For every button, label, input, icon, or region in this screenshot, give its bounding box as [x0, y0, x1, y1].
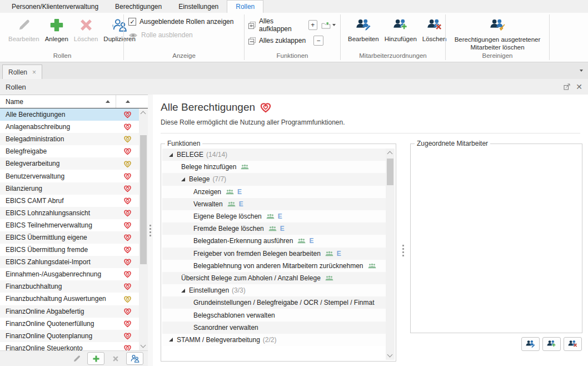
tree-group-node[interactable]: Belege(7/7): [162, 173, 386, 185]
group-caption-anzeige: Anzeige: [127, 52, 241, 62]
tree-leaf-node[interactable]: Belegschablonen verwalten: [162, 309, 386, 321]
tree-group-node[interactable]: Einstellungen(3/3): [162, 284, 386, 296]
heart-icon: [123, 221, 132, 229]
role-list-item[interactable]: EBICS Lohnzahlungsansicht: [0, 207, 139, 219]
role-list-item[interactable]: EBICS Teilnehmerverwaltung: [0, 219, 139, 231]
scroll-up-icon[interactable]: [387, 151, 393, 157]
role-list-item[interactable]: EBICS Übermittlung fremde: [0, 244, 139, 256]
role-list-item[interactable]: Belegadministration: [0, 133, 139, 145]
sort-asc-icon: [126, 100, 130, 103]
scroll-up-icon[interactable]: [141, 111, 146, 117]
tree-expander-icon[interactable]: [169, 153, 173, 157]
collapse-minus-button[interactable]: −: [313, 36, 323, 46]
role-list-item[interactable]: Benutzerverwaltung: [0, 170, 139, 182]
role-list-item[interactable]: Finanzbuchhaltung: [0, 280, 139, 293]
add-role-button[interactable]: Anlegen: [42, 13, 71, 43]
panel-splitter[interactable]: [396, 140, 410, 362]
scroll-down-icon[interactable]: [387, 352, 393, 358]
heart-icon: [123, 234, 132, 241]
roles-list-body: Alle Berechtigungen Anlagenabschreibung …: [0, 108, 148, 350]
member-edit-button[interactable]: Bearbeiten: [345, 13, 382, 43]
role-list-item[interactable]: EBICS CAMT Abruf: [0, 195, 139, 207]
role-list-item[interactable]: EBICS Zahlungsdatei-Import: [0, 256, 139, 268]
close-tab-icon[interactable]: ×: [32, 68, 36, 76]
tree-leaf-node[interactable]: Scanordner verwalten: [162, 322, 386, 334]
tree-leaf-node[interactable]: Übersicht Belege zum Abholen / Anzahl Be…: [162, 272, 386, 284]
tree-leaf-node[interactable]: Verwalten E: [162, 198, 386, 210]
functions-tree-scrollbar[interactable]: [386, 149, 395, 360]
column-header-name[interactable]: Name: [0, 98, 116, 106]
ribbon-tab-berechtigungen[interactable]: Berechtigungen: [107, 0, 170, 13]
scrollbar-thumb[interactable]: [140, 135, 147, 264]
folder-dropdown-button[interactable]: [320, 21, 337, 29]
add-role-small-button[interactable]: [87, 352, 104, 365]
role-list-item[interactable]: Bilanzierung: [0, 182, 139, 195]
group-caption-rollen: Rollen: [4, 52, 120, 62]
member-add-small-button[interactable]: [542, 337, 561, 351]
role-list-item[interactable]: Einnahmen-/Ausgabenrechnung: [0, 268, 139, 280]
heart-icon: [123, 320, 132, 328]
ribbon-group-bereinigen: Berechtigungen ausgetretener Mitarbeiter…: [447, 13, 548, 62]
roles-list-scrollbar[interactable]: [139, 108, 148, 350]
tree-leaf-node[interactable]: Belegablehnung von anderen Mitarbeitern …: [162, 260, 386, 272]
role-list-item[interactable]: FinanzOnline Abgabefertig: [0, 305, 139, 318]
member-delete-small-button[interactable]: [564, 337, 582, 351]
document-tab-rollen[interactable]: Rollen ×: [2, 65, 42, 79]
expand-layers-icon: [248, 21, 256, 29]
role-list-item[interactable]: FinanzOnline Steuerkonto: [0, 342, 139, 350]
member-edit-small-button[interactable]: [521, 337, 540, 351]
ribbon-tab-rollen[interactable]: Rollen: [227, 0, 263, 13]
tree-expander-icon[interactable]: [181, 177, 185, 181]
vertical-splitter[interactable]: [148, 95, 153, 366]
role-list-item[interactable]: Alle Berechtigungen: [0, 108, 139, 121]
tree-leaf-node[interactable]: Belege hinzufügen: [162, 161, 386, 173]
tree-leaf-node[interactable]: Eigene Belege löschen E: [162, 210, 386, 222]
edit-role-small-button[interactable]: [68, 352, 85, 365]
role-list-item[interactable]: FinanzOnline Quotenplanung: [0, 330, 139, 342]
scroll-down-icon[interactable]: [141, 343, 146, 348]
tab-list-dropdown-icon[interactable]: [580, 70, 583, 72]
role-list-item[interactable]: Finanzbuchhaltung Auswertungen: [0, 293, 139, 305]
heart-icon: [123, 197, 132, 205]
e-badge: E: [280, 225, 285, 233]
close-panel-icon[interactable]: ✕: [576, 83, 582, 91]
delete-role-button[interactable]: Löschen: [71, 13, 101, 43]
scrollbar-thumb[interactable]: [387, 159, 393, 185]
column-header-heart[interactable]: [116, 95, 139, 108]
duplicate-role-small-button[interactable]: [126, 352, 143, 365]
tree-expander-icon[interactable]: [181, 289, 185, 293]
clean-permissions-button[interactable]: Berechtigungen ausgetretener Mitarbeiter…: [448, 13, 547, 52]
tree-node-count: (7/7): [212, 175, 226, 183]
hide-role-button[interactable]: Rolle ausblenden: [128, 31, 240, 39]
expand-plus-button[interactable]: +: [308, 20, 317, 30]
tree-leaf-node[interactable]: Freigeber von fremden Belegen bearbeiten…: [162, 248, 386, 260]
role-list-item[interactable]: EBICS Übermittlung eigene: [0, 231, 139, 244]
role-list-item[interactable]: Belegfreigabe: [0, 145, 139, 157]
role-list-item[interactable]: FinanzOnline Quotenerfüllung: [0, 318, 139, 330]
tree-leaf-node[interactable]: Grundeinstellungen / Belegfreigabe / OCR…: [162, 296, 386, 309]
role-list-item[interactable]: Anlagenabschreibung: [0, 121, 139, 133]
tree-leaf-node[interactable]: Fremde Belege löschen E: [162, 222, 386, 235]
delete-role-small-button[interactable]: [107, 352, 124, 365]
functions-groupbox: Funktionen BELEGE(14/14)Belege hinzufüge…: [161, 140, 396, 362]
role-list-item[interactable]: Belegverarbeitung: [0, 157, 139, 170]
tree-leaf-node[interactable]: Belegdaten-Erkennung ausführen E: [162, 235, 386, 247]
tree-expander-icon[interactable]: [169, 338, 173, 342]
tree-group-node[interactable]: STAMM / Belegverarbeitung(2/2): [162, 334, 386, 346]
member-add-button[interactable]: Hinzufügen: [382, 13, 420, 43]
edit-role-button[interactable]: Bearbeiten: [6, 13, 42, 43]
expand-all-button[interactable]: Alles aufklappen: [259, 17, 306, 33]
e-badge: E: [239, 200, 243, 208]
show-hidden-roles-row[interactable]: ✓ Ausgeblendete Rollen anzeigen: [128, 18, 240, 26]
people-delete-icon: [567, 340, 578, 348]
heart-icon: [123, 209, 132, 217]
ribbon-tab-einstellungen[interactable]: Einstellungen: [170, 0, 227, 13]
popout-icon[interactable]: [564, 83, 570, 90]
tree-group-node[interactable]: BELEGE(14/14): [162, 149, 386, 161]
pencil-icon: [72, 354, 81, 363]
tree-leaf-node[interactable]: Anzeigen E: [162, 186, 386, 198]
show-hidden-roles-checkbox[interactable]: ✓: [128, 18, 136, 26]
ribbon-tab-personen[interactable]: Personen/Klientenverwaltung: [3, 0, 107, 13]
ribbon-separator: [549, 14, 550, 60]
collapse-all-button[interactable]: Alles zuklappen: [259, 37, 311, 44]
